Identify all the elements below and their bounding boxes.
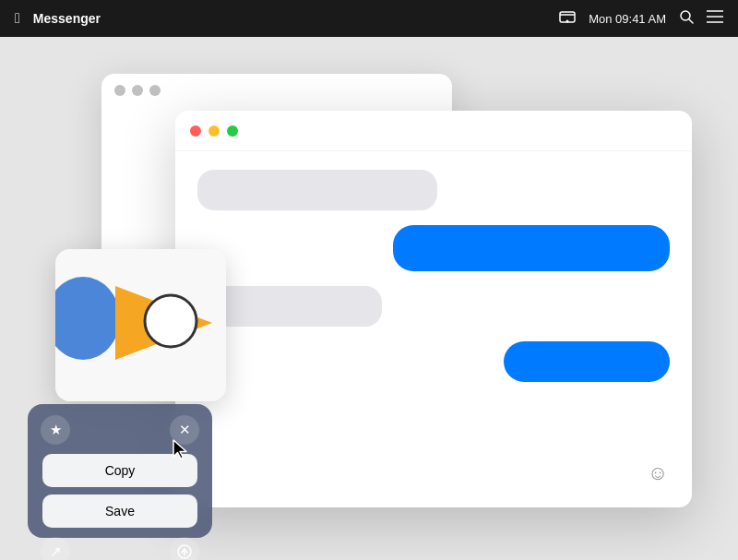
outgoing-bubble-large xyxy=(393,225,670,271)
front-window-titlebar xyxy=(175,111,692,151)
illustration xyxy=(55,249,226,401)
content-area: ☺ ★ ✕ Copy Save xyxy=(0,37,738,560)
svg-point-9 xyxy=(145,295,196,347)
dot-gray-1 xyxy=(114,85,125,96)
dot-gray-2 xyxy=(132,85,143,96)
menu-bar:  Messenger Mon 09:41 AM xyxy=(0,0,738,37)
svg-point-1 xyxy=(566,20,569,23)
context-menu-bottom-icons: ↗ xyxy=(37,535,203,560)
save-button[interactable]: Save xyxy=(42,494,197,528)
dot-red[interactable] xyxy=(190,125,201,137)
chat-area: ☺ xyxy=(175,151,692,507)
outgoing-bubble-small xyxy=(504,341,670,382)
svg-line-3 xyxy=(689,19,693,23)
context-menu: ★ ✕ Copy Save ↗ xyxy=(28,404,212,538)
menu-bar-left:  Messenger xyxy=(15,10,101,27)
svg-point-7 xyxy=(55,277,120,360)
menu-bar-right: Mon 09:41 AM xyxy=(559,9,723,28)
cursor xyxy=(172,438,190,460)
back-window-titlebar xyxy=(101,74,452,107)
dot-gray-3 xyxy=(149,85,161,96)
search-icon[interactable] xyxy=(679,9,694,28)
dot-yellow[interactable] xyxy=(208,125,220,137)
upload-icon-button[interactable] xyxy=(170,537,199,560)
emoji-button[interactable]: ☺ xyxy=(642,458,673,489)
context-menu-buttons: Copy Save xyxy=(37,450,203,531)
share-icon-button[interactable]: ↗ xyxy=(41,537,70,560)
cast-icon xyxy=(559,9,576,28)
menu-lines-icon[interactable] xyxy=(707,10,723,27)
front-window: ☺ xyxy=(175,111,692,507)
incoming-bubble-1 xyxy=(197,170,437,210)
pin-icon-button[interactable]: ★ xyxy=(41,415,70,445)
menu-bar-time: Mon 09:41 AM xyxy=(589,12,666,26)
apple-icon[interactable]:  xyxy=(15,10,20,27)
app-title: Messenger xyxy=(33,11,101,26)
dot-green[interactable] xyxy=(227,125,238,137)
image-card xyxy=(55,249,226,401)
